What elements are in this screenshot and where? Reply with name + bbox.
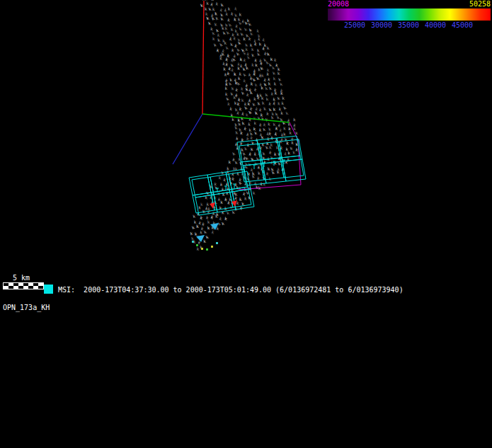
svg-text:k: k bbox=[248, 121, 251, 127]
svg-text:k: k bbox=[278, 100, 280, 105]
svg-text:k: k bbox=[208, 6, 212, 12]
svg-text:k: k bbox=[241, 90, 245, 96]
svg-text:k: k bbox=[249, 90, 253, 95]
svg-text:k: k bbox=[236, 32, 239, 37]
colorbar-tick-label: 30000 bbox=[371, 22, 392, 29]
colorbar-gradient bbox=[328, 8, 491, 21]
svg-text:k: k bbox=[289, 130, 292, 135]
colorbar: 20008 50258 2500030000350004000045000 bbox=[328, 1, 491, 30]
svg-text:k: k bbox=[261, 73, 264, 78]
svg-text:k: k bbox=[274, 131, 278, 137]
svg-text:k: k bbox=[196, 224, 199, 229]
svg-text:k: k bbox=[280, 110, 283, 115]
svg-text:k: k bbox=[228, 6, 231, 11]
svg-text:k: k bbox=[282, 96, 285, 100]
svg-text:k: k bbox=[263, 106, 267, 111]
svg-text:k: k bbox=[246, 65, 249, 70]
svg-text:k: k bbox=[265, 96, 269, 101]
svg-text:k: k bbox=[253, 96, 256, 101]
svg-text:k: k bbox=[213, 42, 217, 47]
svg-text:k: k bbox=[224, 216, 228, 221]
svg-text:k: k bbox=[242, 71, 247, 77]
scale-label: 5 km bbox=[13, 274, 30, 282]
svg-text:k: k bbox=[271, 170, 275, 176]
svg-text:k: k bbox=[210, 214, 215, 220]
svg-text:k: k bbox=[246, 136, 250, 141]
colorbar-max-label: 50258 bbox=[469, 1, 491, 8]
surface-point bbox=[201, 248, 203, 250]
surface-point bbox=[211, 246, 213, 248]
scene-canvas[interactable]: kkkkkkkkkkkkkkkkkkkkkkkkkkkkkkkkkkkkkkkk… bbox=[0, 0, 492, 448]
svg-text:k: k bbox=[220, 16, 224, 22]
svg-text:k: k bbox=[221, 221, 224, 226]
body-axis-x bbox=[202, 1, 204, 114]
svg-text:k: k bbox=[234, 71, 236, 76]
svg-text:k: k bbox=[248, 161, 251, 167]
svg-text:k: k bbox=[244, 196, 248, 201]
svg-text:k: k bbox=[253, 190, 256, 195]
svg-text:k: k bbox=[230, 42, 234, 47]
svg-text:k: k bbox=[257, 100, 261, 105]
svg-text:k: k bbox=[266, 51, 270, 57]
colorbar-tick-label: 45000 bbox=[452, 22, 473, 29]
svg-text:k: k bbox=[283, 132, 287, 137]
svg-text:k: k bbox=[215, 1, 219, 6]
svg-text:k: k bbox=[248, 21, 252, 27]
svg-text:k: k bbox=[224, 86, 227, 91]
svg-text:k: k bbox=[205, 15, 210, 21]
svg-text:k: k bbox=[261, 100, 265, 105]
svg-text:k: k bbox=[200, 2, 204, 8]
svg-text:k: k bbox=[214, 21, 217, 27]
svg-text:k: k bbox=[247, 101, 250, 106]
svg-text:k: k bbox=[231, 47, 235, 52]
colorbar-ticks: 2500030000350004000045000 bbox=[328, 22, 491, 30]
svg-text:k: k bbox=[227, 71, 230, 76]
svg-text:k: k bbox=[223, 67, 226, 71]
surface-point bbox=[216, 242, 218, 244]
svg-text:k: k bbox=[251, 173, 255, 179]
svg-text:k: k bbox=[253, 120, 256, 125]
svg-text:k: k bbox=[253, 130, 258, 136]
svg-text:k: k bbox=[215, 16, 219, 21]
svg-text:k: k bbox=[282, 120, 286, 126]
svg-text:k: k bbox=[220, 200, 223, 205]
svg-text:k: k bbox=[236, 81, 241, 86]
svg-text:k: k bbox=[216, 47, 219, 53]
svg-text:k: k bbox=[226, 190, 229, 195]
svg-text:k: k bbox=[270, 57, 273, 62]
svg-text:k: k bbox=[268, 101, 272, 107]
svg-text:k: k bbox=[266, 45, 270, 50]
svg-text:k: k bbox=[275, 91, 278, 96]
svg-text:k: k bbox=[244, 126, 248, 132]
colorbar-tick-label: 35000 bbox=[398, 22, 419, 29]
svg-text:k: k bbox=[211, 229, 215, 235]
svg-text:k: k bbox=[272, 70, 276, 76]
svg-text:k: k bbox=[236, 171, 240, 176]
svg-text:k: k bbox=[229, 159, 231, 164]
svg-text:k: k bbox=[238, 76, 241, 81]
svg-text:k: k bbox=[237, 66, 240, 71]
svg-text:k: k bbox=[266, 111, 270, 116]
svg-text:k: k bbox=[241, 120, 245, 125]
svg-text:k: k bbox=[238, 121, 241, 127]
surface-point bbox=[206, 248, 208, 251]
svg-text:k: k bbox=[263, 127, 267, 132]
svg-text:k: k bbox=[235, 87, 239, 93]
svg-text:k: k bbox=[275, 125, 278, 131]
colorbar-tick-label: 40000 bbox=[425, 22, 446, 29]
svg-text:k: k bbox=[270, 135, 274, 141]
svg-text:k: k bbox=[194, 231, 197, 236]
svg-text:k: k bbox=[239, 26, 243, 32]
svg-text:k: k bbox=[244, 26, 248, 32]
svg-text:k: k bbox=[279, 81, 283, 87]
status-text: MSI: 2000-173T04:37:30.00 to 2000-173T05… bbox=[58, 286, 404, 294]
colorbar-range-labels: 20008 50258 bbox=[328, 1, 491, 8]
visualization-viewport: kkkkkkkkkkkkkkkkkkkkkkkkkkkkkkkkkkkkkkkk… bbox=[0, 0, 492, 448]
svg-text:k: k bbox=[235, 130, 239, 134]
svg-text:k: k bbox=[256, 95, 260, 100]
scale-bar bbox=[3, 282, 44, 289]
colorbar-tick-label: 25000 bbox=[344, 22, 365, 29]
svg-text:k: k bbox=[248, 36, 251, 42]
svg-text:k: k bbox=[282, 105, 287, 110]
svg-text:k: k bbox=[225, 45, 229, 50]
